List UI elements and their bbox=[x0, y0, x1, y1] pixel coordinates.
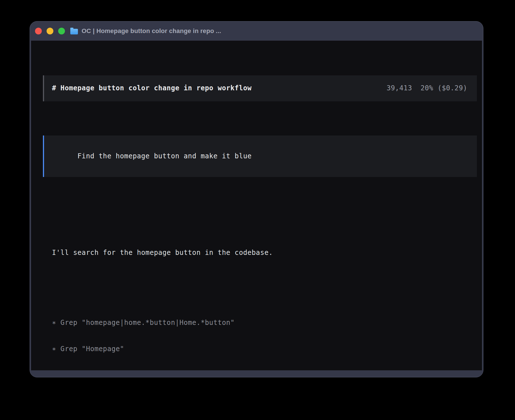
tool-call-group: ∗ Grep "homepage|home.*button|Home.*butt… bbox=[52, 301, 477, 370]
context-cost: 20% ($0.29) bbox=[420, 84, 467, 92]
terminal-content: # Homepage button color change in repo w… bbox=[31, 41, 482, 370]
assistant-text: I'll search for the homepage button in t… bbox=[52, 248, 477, 257]
zoom-button[interactable] bbox=[58, 28, 65, 34]
tool-call-grep: ∗ Grep "Homepage" bbox=[52, 345, 477, 353]
assistant-paragraph: I'll search for the homepage button in t… bbox=[52, 231, 477, 275]
token-count: 39,413 bbox=[387, 84, 412, 92]
minimize-button[interactable] bbox=[47, 28, 53, 34]
session-header: # Homepage button color change in repo w… bbox=[43, 75, 477, 101]
window-title: OC | Homepage button color change in rep… bbox=[82, 27, 221, 35]
terminal-window: OC | Homepage button color change in rep… bbox=[30, 21, 483, 377]
user-message-text: Find the homepage button and make it blu… bbox=[77, 152, 252, 160]
session-stats: 39,41320% ($0.29) bbox=[387, 84, 467, 93]
window-titlebar[interactable]: OC | Homepage button color change in rep… bbox=[30, 21, 483, 41]
session-title: # Homepage button color change in repo w… bbox=[52, 84, 252, 93]
close-button[interactable] bbox=[35, 28, 42, 34]
assistant-transcript: I'll search for the homepage button in t… bbox=[43, 213, 477, 370]
user-message: Find the homepage button and make it blu… bbox=[43, 135, 477, 177]
traffic-lights bbox=[35, 28, 65, 34]
folder-icon bbox=[70, 29, 78, 34]
tool-call-grep: ∗ Grep "homepage|home.*button|Home.*butt… bbox=[52, 318, 477, 327]
